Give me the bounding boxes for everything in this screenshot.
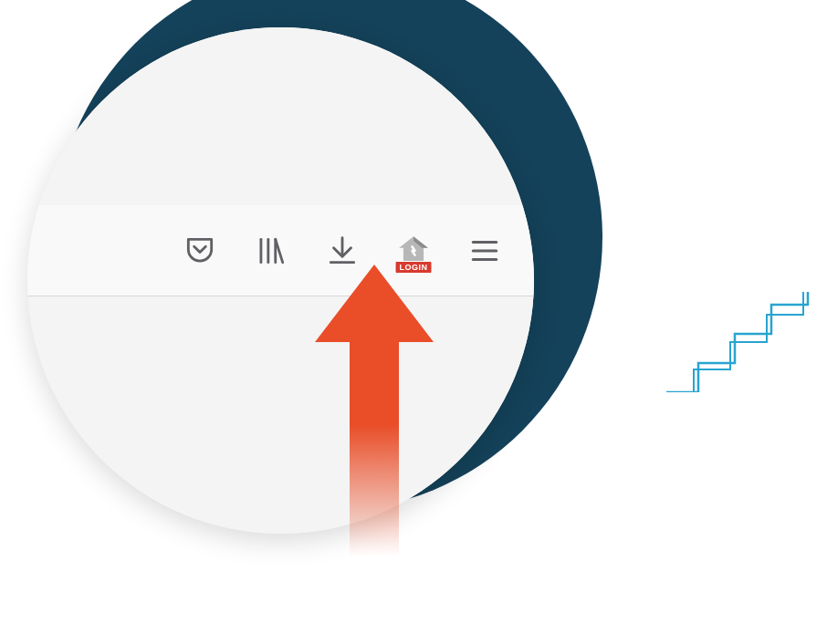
login-badge: LOGIN (395, 261, 433, 274)
downloads-button[interactable] (325, 234, 360, 268)
library-icon (254, 234, 288, 268)
extension-button[interactable]: LOGIN (396, 234, 431, 268)
pocket-button[interactable] (183, 234, 217, 268)
pocket-icon (183, 234, 217, 268)
app-menu-button[interactable] (467, 234, 502, 268)
download-icon (325, 234, 360, 268)
hamburger-icon (467, 234, 502, 268)
browser-viewport-closeup: LOGIN (27, 27, 534, 534)
zigzag-decoration (666, 292, 827, 392)
browser-toolbar: LOGIN (27, 205, 534, 296)
library-button[interactable] (254, 234, 288, 268)
browser-content-area (27, 296, 534, 534)
